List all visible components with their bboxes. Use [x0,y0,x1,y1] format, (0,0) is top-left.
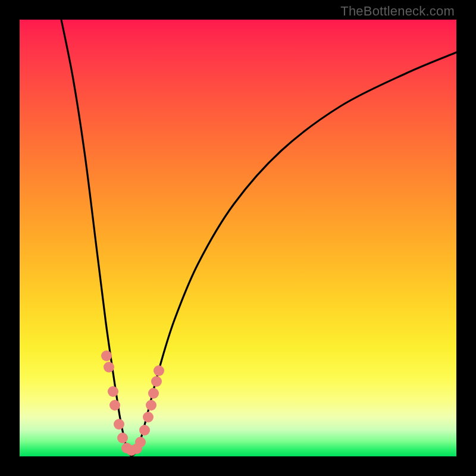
data-marker [148,388,159,399]
data-marker [151,376,162,387]
chart-svg [20,20,456,456]
chart-frame: TheBottleneck.com [0,0,476,476]
data-marker [101,350,112,361]
watermark-text: TheBottleneck.com [340,4,455,19]
marker-layer [101,350,164,456]
data-marker [104,362,114,372]
data-marker [135,437,146,447]
bottleneck-curve [61,20,456,456]
plot-area [20,20,456,456]
data-marker [146,400,156,411]
data-marker [139,425,150,436]
data-marker [109,400,120,411]
data-marker [108,386,118,397]
data-marker [117,433,128,443]
data-marker [154,365,164,376]
curve-layer [61,20,456,456]
data-marker [143,412,154,422]
data-marker [114,419,124,430]
